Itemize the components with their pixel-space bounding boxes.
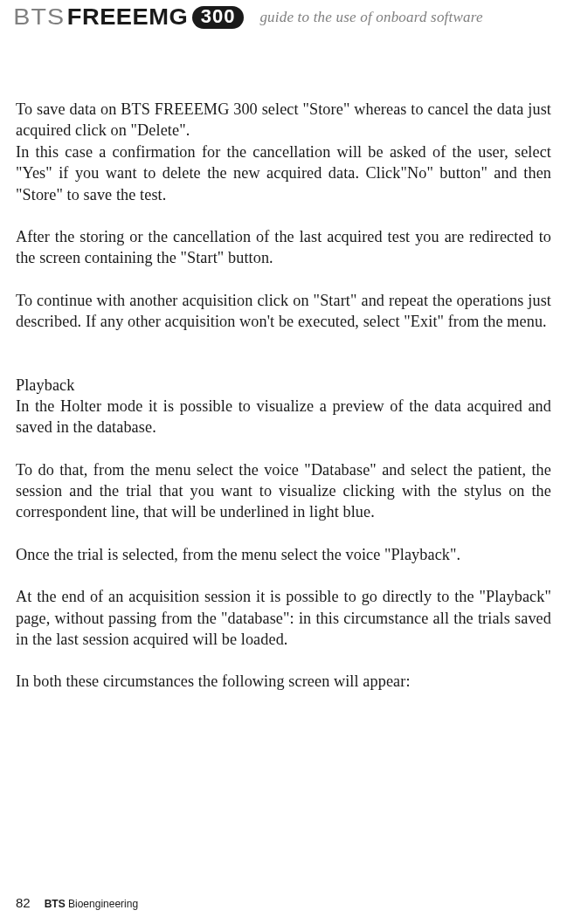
footer-brand: BTS Bioengineering bbox=[45, 898, 138, 910]
product-logo: BTS FREEEMG 300 bbox=[16, 3, 244, 31]
logo-300-badge: 300 bbox=[192, 6, 245, 29]
page-header: BTS FREEEMG 300 guide to the use of onbo… bbox=[0, 0, 567, 31]
footer-brand-bold: BTS bbox=[45, 898, 66, 910]
header-subtitle: guide to the use of onboard software bbox=[259, 9, 482, 26]
paragraph: In the Holter mode it is possible to vis… bbox=[16, 396, 551, 438]
paragraph: Once the trial is selected, from the men… bbox=[16, 544, 551, 565]
footer-brand-rest: Bioengineering bbox=[66, 898, 138, 910]
page-content: To save data on BTS FREEEMG 300 select "… bbox=[0, 31, 567, 693]
logo-freeemg-text: FREEEMG bbox=[66, 3, 188, 31]
paragraph: To do that, from the menu select the voi… bbox=[16, 459, 551, 523]
paragraph: To save data on BTS FREEEMG 300 select "… bbox=[16, 99, 551, 141]
paragraph: In this case a confirmation for the canc… bbox=[16, 141, 551, 205]
page-footer: 82 BTS Bioengineering bbox=[16, 895, 138, 910]
paragraph: To continue with another acquisition cli… bbox=[16, 290, 551, 333]
paragraph: In both these circumstances the followin… bbox=[16, 671, 551, 692]
paragraph: At the end of an acquisition session it … bbox=[16, 586, 551, 650]
paragraph: After the storing or the cancellation of… bbox=[16, 226, 551, 269]
logo-bts-text: BTS bbox=[13, 3, 65, 31]
page-number: 82 bbox=[16, 895, 31, 910]
section-title-playback: Playback bbox=[16, 375, 551, 396]
